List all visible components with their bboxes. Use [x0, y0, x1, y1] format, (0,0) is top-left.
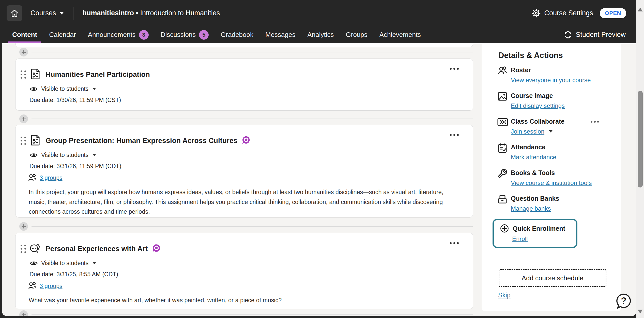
- courses-menu[interactable]: Courses: [30, 9, 64, 17]
- item-description: What was your favorite experience with a…: [29, 295, 451, 305]
- due-date-text: Due date: 3/31/26, 11:59 PM (CDT): [29, 163, 473, 170]
- tab-calendar[interactable]: Calendar: [49, 26, 76, 43]
- chevron-down-icon: [93, 88, 96, 90]
- tab-label: Messages: [265, 31, 296, 39]
- edit-display-settings-link[interactable]: Edit display settings: [511, 102, 565, 109]
- assignment-icon: [29, 134, 41, 147]
- enroll-link[interactable]: Enroll: [512, 235, 528, 242]
- drag-handle-icon[interactable]: [21, 137, 26, 145]
- help-button[interactable]: ?: [616, 293, 632, 309]
- panel-item-roster: Roster View everyone in your course: [497, 66, 616, 84]
- course-name: Introduction to Humanities: [140, 9, 220, 17]
- visibility-dropdown[interactable]: Visible to students: [29, 85, 96, 92]
- skip-link[interactable]: Skip: [498, 292, 511, 299]
- discussion-icon: [29, 242, 41, 255]
- view-tools-link[interactable]: View course & institution tools: [511, 179, 592, 186]
- scroll-up-arrow[interactable]: [638, 8, 643, 11]
- tab-groups[interactable]: Groups: [346, 26, 367, 43]
- card-menu-button[interactable]: [448, 66, 460, 71]
- manage-banks-link[interactable]: Manage banks: [511, 205, 551, 212]
- tab-discussions[interactable]: Discussions 5: [161, 26, 209, 43]
- tab-label: Content: [12, 31, 37, 39]
- roster-icon: [497, 66, 508, 84]
- join-session-link[interactable]: Join session: [511, 128, 544, 135]
- course-id: humanitiesintro: [83, 9, 134, 17]
- tab-content[interactable]: Content: [12, 26, 37, 43]
- due-date-text: Due date: 1/30/26, 11:59 PM (CST): [29, 97, 473, 104]
- drag-handle-icon[interactable]: [21, 245, 26, 253]
- add-content-divider: [15, 114, 473, 123]
- add-content-button[interactable]: [19, 222, 28, 231]
- announcements-count-badge: 3: [139, 30, 149, 40]
- header-divider: [73, 7, 73, 20]
- eye-icon: [29, 152, 38, 158]
- content-item-title[interactable]: Personal Experiences with Art: [45, 245, 148, 253]
- student-preview-button[interactable]: Student Preview: [564, 26, 626, 43]
- groups-link[interactable]: 3 groups: [40, 283, 63, 290]
- scroll-down-arrow[interactable]: [638, 310, 643, 313]
- quick-enrollment-highlight-box: Quick Enrollment Enroll: [493, 219, 577, 248]
- roster-link[interactable]: View everyone in your course: [511, 77, 591, 84]
- discussions-count-badge: 5: [199, 30, 209, 40]
- add-content-button[interactable]: [19, 310, 28, 316]
- home-button[interactable]: [7, 5, 22, 21]
- mark-attendance-link[interactable]: Mark attendance: [511, 154, 556, 161]
- panel-item-label: Attendance: [511, 143, 556, 151]
- tab-analytics[interactable]: Analytics: [308, 26, 334, 43]
- course-settings-button[interactable]: Course Settings: [532, 9, 593, 18]
- panel-item-label: Question Banks: [511, 195, 559, 202]
- eye-icon: [29, 86, 38, 92]
- open-status-badge[interactable]: OPEN: [600, 8, 626, 18]
- tab-label: Announcements: [88, 31, 136, 39]
- panel-item-course-image: Course Image Edit display settings: [497, 92, 616, 109]
- groups-icon: [28, 173, 37, 182]
- tab-announcements[interactable]: Announcements 3: [88, 26, 149, 43]
- content-card-assignment-1: Humanities Panel Participation Visible t…: [15, 59, 473, 111]
- image-icon: [497, 91, 508, 109]
- visibility-dropdown[interactable]: Visible to students: [29, 260, 96, 267]
- content-item-title[interactable]: Humanities Panel Participation: [45, 70, 150, 79]
- home-icon: [10, 8, 19, 18]
- collaborate-icon: [497, 117, 508, 135]
- blackboard-course-page: Courses humanitiesintro • Introduction t…: [0, 0, 644, 318]
- attendance-icon: [497, 143, 508, 161]
- tab-label: Discussions: [161, 31, 196, 39]
- chevron-down-icon: [60, 12, 64, 15]
- course-content-panel: Humanities Panel Participation Visible t…: [2, 43, 636, 316]
- panel-divider: [482, 259, 621, 259]
- plus-circle-icon: [500, 224, 509, 233]
- chevron-down-icon: [549, 130, 553, 133]
- tab-label: Gradebook: [221, 31, 253, 39]
- conversation-icon: [241, 136, 251, 146]
- page-scrollbar: [636, 0, 644, 318]
- add-course-schedule-button[interactable]: Add course schedule: [499, 269, 606, 287]
- add-content-button[interactable]: [19, 48, 28, 56]
- panel-item-books-tools: Books & Tools View course & institution …: [497, 169, 616, 186]
- question-banks-icon: [497, 194, 508, 212]
- panel-item-collaborate: Class Collaborate Join session: [497, 118, 616, 135]
- visibility-dropdown[interactable]: Visible to students: [29, 152, 96, 158]
- tab-messages[interactable]: Messages: [265, 26, 296, 43]
- add-content-divider: [15, 222, 473, 231]
- tab-label: Achievements: [379, 31, 421, 39]
- card-menu-button[interactable]: [448, 241, 460, 245]
- content-card-discussion: Personal Experiences with Art Visible to…: [15, 233, 473, 309]
- divider-line: [32, 226, 473, 227]
- scrollbar-thumb[interactable]: [638, 91, 643, 187]
- card-menu-button[interactable]: [448, 133, 460, 137]
- courses-label: Courses: [30, 9, 56, 17]
- chevron-down-icon: [93, 154, 96, 156]
- groups-row: 3 groups: [28, 173, 63, 182]
- divider-line: [32, 314, 473, 315]
- tab-gradebook[interactable]: Gradebook: [221, 26, 253, 43]
- groups-link[interactable]: 3 groups: [40, 175, 63, 181]
- top-bar: Courses humanitiesintro • Introduction t…: [0, 0, 636, 26]
- content-item-title[interactable]: Group Presentation: Human Expression Acr…: [45, 137, 237, 145]
- partial-card-above: [15, 43, 473, 47]
- drag-handle-icon[interactable]: [21, 70, 26, 79]
- tab-achievements[interactable]: Achievements: [379, 26, 421, 43]
- add-content-divider: [15, 48, 473, 56]
- add-content-button[interactable]: [19, 114, 28, 123]
- visibility-label: Visible to students: [41, 85, 88, 92]
- collaborate-menu-button[interactable]: [590, 120, 600, 124]
